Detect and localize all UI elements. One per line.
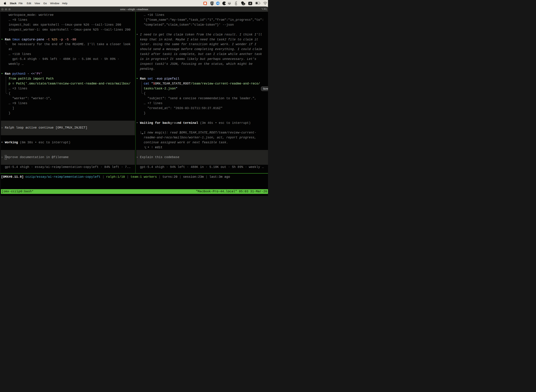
svg-text:..61: ..61 [242,3,245,5]
